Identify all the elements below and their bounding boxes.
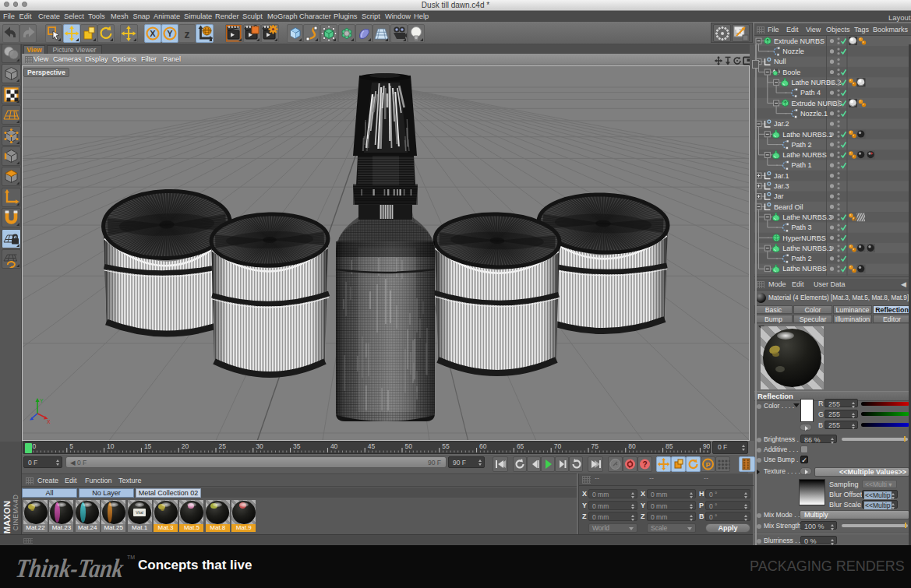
svg-text:Lathe NURBS.1: Lathe NURBS.1 xyxy=(782,245,832,252)
svg-text:Path 4: Path 4 xyxy=(800,90,821,97)
svg-text:Jar.2: Jar.2 xyxy=(774,120,789,128)
svg-text:?: ? xyxy=(642,460,647,469)
svg-text:Lathe NURBS.3: Lathe NURBS.3 xyxy=(782,213,832,221)
svg-text:Nozzle: Nozzle xyxy=(782,48,804,55)
svg-text:40: 40 xyxy=(330,442,338,450)
svg-text:Boole: Boole xyxy=(782,69,800,76)
svg-text:65: 65 xyxy=(517,442,524,450)
svg-text:Beard Oil: Beard Oil xyxy=(774,203,803,211)
svg-text:55: 55 xyxy=(442,442,450,450)
svg-text:0: 0 xyxy=(33,442,37,450)
svg-text:Null: Null xyxy=(774,58,786,66)
svg-text:Extrude NURBS: Extrude NURBS xyxy=(774,37,824,45)
svg-text:Path 2: Path 2 xyxy=(792,141,812,149)
svg-text:50: 50 xyxy=(405,442,413,450)
svg-text:Y: Y xyxy=(40,398,44,403)
svg-text:Lathe NURBS.1: Lathe NURBS.1 xyxy=(782,131,832,139)
svg-text:45: 45 xyxy=(368,442,376,450)
svg-text:80: 80 xyxy=(628,442,636,450)
svg-text:Think-Tank: Think-Tank xyxy=(14,554,125,583)
svg-text:Lathe NURBS: Lathe NURBS xyxy=(782,151,827,159)
svg-text:90: 90 xyxy=(703,442,710,450)
svg-text:10: 10 xyxy=(107,442,115,450)
svg-text:Jar: Jar xyxy=(774,193,784,201)
svg-text:Jar.1: Jar.1 xyxy=(774,172,789,180)
svg-text:70: 70 xyxy=(554,442,562,450)
svg-text:15: 15 xyxy=(144,442,152,450)
svg-text:Extrude NURBS: Extrude NURBS xyxy=(792,100,842,107)
svg-text:Lathe NURBS: Lathe NURBS xyxy=(782,266,827,273)
svg-text:Path 3: Path 3 xyxy=(792,224,812,231)
svg-text:HyperNURBS: HyperNURBS xyxy=(782,234,826,242)
svg-text:25: 25 xyxy=(219,442,227,450)
svg-text:5: 5 xyxy=(69,442,73,450)
svg-text:60: 60 xyxy=(479,442,487,450)
svg-text:30: 30 xyxy=(256,442,263,450)
svg-text:X: X xyxy=(150,29,156,38)
svg-text:Path 2: Path 2 xyxy=(792,255,812,262)
svg-text:P: P xyxy=(705,461,710,469)
svg-text:Nozzle.1: Nozzle.1 xyxy=(800,110,828,118)
svg-text:20: 20 xyxy=(182,442,189,450)
svg-text:X: X xyxy=(47,419,51,424)
svg-text:Path 1: Path 1 xyxy=(792,162,812,170)
svg-text:Jar.3: Jar.3 xyxy=(774,182,789,190)
svg-text:35: 35 xyxy=(293,442,301,450)
svg-text:75: 75 xyxy=(591,442,599,450)
svg-text:z: z xyxy=(185,27,190,40)
svg-text:Y: Y xyxy=(167,29,173,38)
svg-text:85: 85 xyxy=(666,442,673,450)
